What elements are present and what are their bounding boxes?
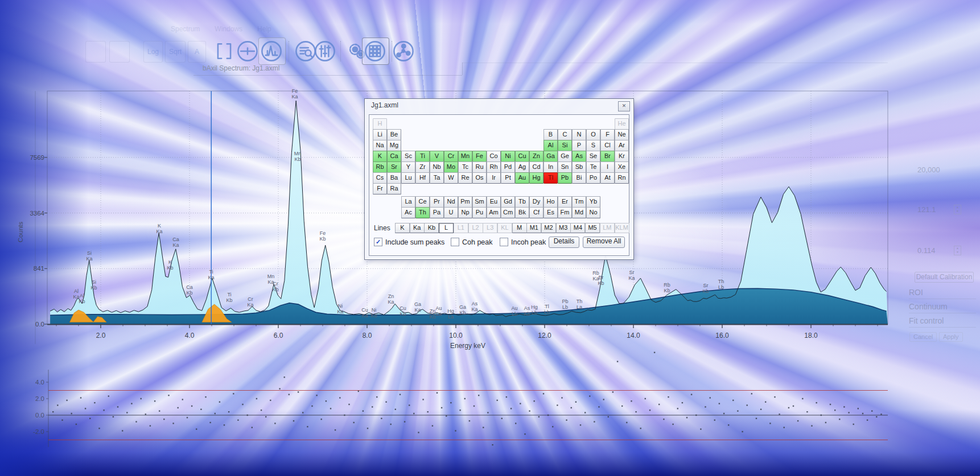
element-Sb[interactable]: Sb bbox=[572, 162, 586, 173]
dialog-button-remove-all[interactable]: Remove All bbox=[583, 237, 625, 248]
line-button-M5[interactable]: M5 bbox=[585, 223, 600, 233]
line-button-M3[interactable]: M3 bbox=[556, 223, 571, 233]
checkbox-include-sum-peaks[interactable]: ✓Include sum peaks bbox=[374, 238, 444, 246]
line-button-Ka[interactable]: Ka bbox=[410, 223, 425, 233]
element-Cu[interactable]: Cu bbox=[515, 151, 529, 162]
element-Tl[interactable]: Tl bbox=[543, 172, 558, 184]
element-Sc[interactable]: Sc bbox=[401, 151, 415, 162]
element-Ne[interactable]: Ne bbox=[615, 129, 629, 140]
line-button-L[interactable]: L bbox=[439, 223, 454, 233]
default-calibration-button[interactable]: Default Calibration bbox=[915, 272, 974, 283]
element-Rb[interactable]: Rb bbox=[373, 162, 387, 173]
element-Ho[interactable]: Ho bbox=[543, 196, 558, 208]
element-Gd[interactable]: Gd bbox=[501, 196, 515, 208]
element-La[interactable]: La bbox=[401, 196, 415, 208]
element-Bk[interactable]: Bk bbox=[515, 207, 529, 218]
element-Pt[interactable]: Pt bbox=[501, 172, 515, 184]
element-Ce[interactable]: Ce bbox=[415, 196, 430, 208]
element-Al[interactable]: Al bbox=[543, 140, 558, 151]
element-W[interactable]: W bbox=[444, 172, 458, 184]
element-Zn[interactable]: Zn bbox=[529, 151, 543, 162]
element-Rn[interactable]: Rn bbox=[615, 172, 629, 184]
element-Es[interactable]: Es bbox=[543, 207, 558, 218]
element-B[interactable]: B bbox=[543, 129, 558, 140]
element-Ge[interactable]: Ge bbox=[558, 151, 572, 162]
element-Bi[interactable]: Bi bbox=[572, 172, 586, 184]
element-Sr[interactable]: Sr bbox=[387, 162, 401, 173]
element-Lu[interactable]: Lu bbox=[401, 172, 415, 184]
element-Ni[interactable]: Ni bbox=[501, 151, 515, 162]
element-picker-dialog[interactable]: Jg1.axml ✕ HHeLiBeBCNOFNeNaMgAlSiPSClArK… bbox=[364, 98, 634, 260]
element-Ra[interactable]: Ra bbox=[387, 183, 401, 194]
checkbox-coh-peak[interactable]: Coh peak bbox=[451, 238, 493, 246]
element-Li[interactable]: Li bbox=[373, 129, 387, 140]
element-Ar[interactable]: Ar bbox=[615, 140, 629, 151]
element-Pr[interactable]: Pr bbox=[430, 196, 444, 208]
element-Eu[interactable]: Eu bbox=[487, 196, 501, 208]
element-As[interactable]: As bbox=[572, 151, 586, 162]
element-In[interactable]: In bbox=[543, 162, 558, 173]
spinner-icon[interactable]: ▲▼ bbox=[954, 246, 961, 255]
line-button-Kb[interactable]: Kb bbox=[424, 223, 439, 233]
element-Na[interactable]: Na bbox=[373, 140, 387, 151]
element-Md[interactable]: Md bbox=[572, 207, 586, 218]
element-S[interactable]: S bbox=[586, 140, 600, 151]
element-Mn[interactable]: Mn bbox=[458, 151, 472, 162]
element-Pa[interactable]: Pa bbox=[430, 207, 444, 218]
element-Ca[interactable]: Ca bbox=[387, 151, 401, 162]
element-Cs[interactable]: Cs bbox=[373, 172, 387, 184]
element-P[interactable]: P bbox=[572, 140, 586, 151]
element-Mo[interactable]: Mo bbox=[444, 162, 458, 173]
line-button-KLM[interactable]: KLM bbox=[615, 223, 629, 233]
element-Cr[interactable]: Cr bbox=[444, 151, 458, 162]
element-Xe[interactable]: Xe bbox=[615, 162, 629, 173]
element-Cm[interactable]: Cm bbox=[501, 207, 515, 218]
element-Nd[interactable]: Nd bbox=[444, 196, 458, 208]
element-Ru[interactable]: Ru bbox=[472, 162, 487, 173]
checkbox-box[interactable] bbox=[500, 238, 508, 246]
side-button-apply[interactable]: Apply bbox=[939, 332, 963, 342]
element-Br[interactable]: Br bbox=[600, 151, 615, 162]
element-Pb[interactable]: Pb bbox=[558, 172, 572, 184]
element-Kr[interactable]: Kr bbox=[615, 151, 629, 162]
element-Hf[interactable]: Hf bbox=[415, 172, 430, 184]
line-button-L1[interactable]: L1 bbox=[454, 223, 468, 233]
dialog-button-details[interactable]: Details bbox=[549, 237, 579, 248]
element-Se[interactable]: Se bbox=[586, 151, 600, 162]
side-item-fit-control[interactable]: Fit control bbox=[909, 316, 976, 328]
element-At[interactable]: At bbox=[600, 172, 615, 184]
line-button-M[interactable]: M bbox=[512, 223, 527, 233]
element-Mg[interactable]: Mg bbox=[387, 140, 401, 151]
element-Sm[interactable]: Sm bbox=[472, 196, 487, 208]
element-Tc[interactable]: Tc bbox=[458, 162, 472, 173]
element-Ti[interactable]: Ti bbox=[415, 151, 430, 162]
element-Cf[interactable]: Cf bbox=[529, 207, 543, 218]
line-button-K[interactable]: K bbox=[395, 223, 410, 233]
element-Fe[interactable]: Fe bbox=[472, 151, 487, 162]
checkbox-box[interactable]: ✓ bbox=[374, 238, 382, 246]
element-U[interactable]: U bbox=[444, 207, 458, 218]
element-Am[interactable]: Am bbox=[487, 207, 501, 218]
line-button-LM[interactable]: LM bbox=[600, 223, 615, 233]
element-Cd[interactable]: Cd bbox=[529, 162, 543, 173]
element-Fm[interactable]: Fm bbox=[558, 207, 572, 218]
element-He[interactable]: He bbox=[615, 118, 629, 130]
element-Ga[interactable]: Ga bbox=[543, 151, 558, 162]
element-Ir[interactable]: Ir bbox=[487, 172, 501, 184]
element-Po[interactable]: Po bbox=[586, 172, 600, 184]
element-Tm[interactable]: Tm bbox=[572, 196, 586, 208]
element-Pm[interactable]: Pm bbox=[458, 196, 472, 208]
element-H[interactable]: H bbox=[373, 118, 387, 130]
element-Re[interactable]: Re bbox=[458, 172, 472, 184]
element-N[interactable]: N bbox=[572, 129, 586, 140]
element-Ba[interactable]: Ba bbox=[387, 172, 401, 184]
element-Yb[interactable]: Yb bbox=[586, 196, 600, 208]
element-I[interactable]: I bbox=[600, 162, 615, 173]
element-F[interactable]: F bbox=[600, 129, 615, 140]
element-Ac[interactable]: Ac bbox=[401, 207, 415, 218]
close-icon[interactable]: ✕ bbox=[618, 101, 630, 111]
side-button-cancel[interactable]: Cancel bbox=[909, 332, 937, 342]
checkbox-box[interactable] bbox=[451, 238, 459, 246]
line-button-M4[interactable]: M4 bbox=[570, 223, 585, 233]
element-Si[interactable]: Si bbox=[558, 140, 572, 151]
